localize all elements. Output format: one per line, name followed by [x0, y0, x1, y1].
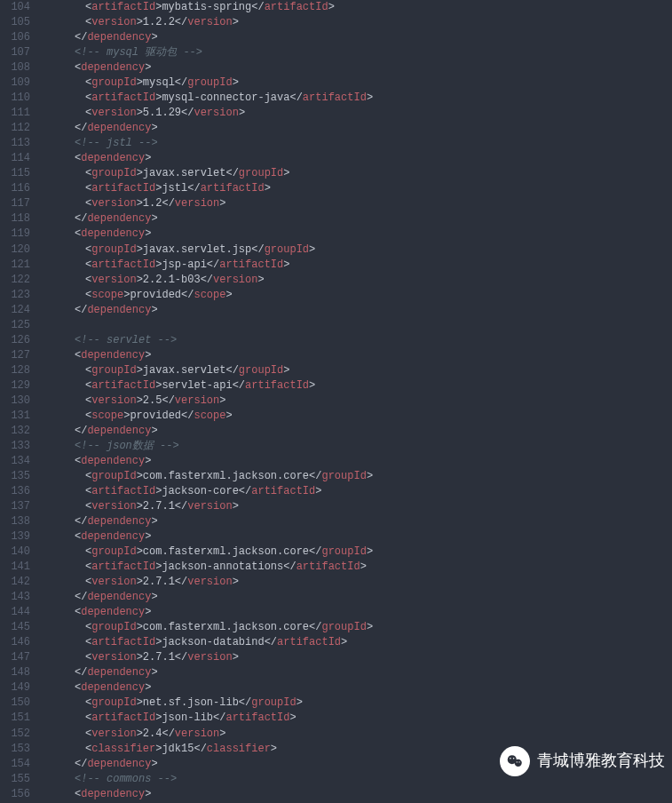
line-number: 111	[0, 106, 30, 121]
code-editor: 1041051061071081091101111121131141151161…	[0, 0, 672, 803]
code-line[interactable]: </dependency>	[43, 590, 672, 605]
token-pun: </	[75, 31, 87, 44]
token-txt: 2.2.1-b03	[143, 274, 201, 286]
token-txt: json-lib	[162, 712, 213, 724]
token-pun: >	[341, 636, 347, 648]
code-line[interactable]: <scope>provided</scope>	[43, 409, 672, 424]
line-number: 134	[0, 454, 30, 469]
token-pun: >	[289, 712, 296, 724]
code-line[interactable]: <groupId>javax.servlet</groupId>	[43, 166, 672, 181]
token-tag: version	[91, 197, 136, 210]
svg-point-2	[510, 758, 511, 759]
token-tag: groupId	[91, 696, 136, 709]
code-line[interactable]: <version>2.4</version>	[43, 727, 672, 742]
code-line[interactable]: <version>2.7.1</version>	[43, 650, 672, 665]
code-line[interactable]: <groupId>com.fasterxml.jackson.core</gro…	[43, 620, 672, 635]
line-number: 109	[0, 76, 30, 91]
code-line[interactable]: <groupId>net.sf.json-lib</groupId>	[43, 696, 672, 711]
token-cmt: <!-- mysql 驱动包 -->	[75, 46, 202, 59]
code-line[interactable]: <dependency>	[43, 529, 672, 545]
code-line[interactable]: <artifactId>jsp-api</artifactId>	[43, 258, 672, 273]
token-pun: </	[75, 758, 87, 770]
code-line[interactable]: <dependency>	[43, 605, 672, 620]
code-line[interactable]: <version>2.5</version>	[43, 394, 672, 409]
code-line[interactable]: <dependency>	[43, 348, 672, 363]
code-line[interactable]: <scope>provided</scope>	[43, 288, 672, 303]
code-line[interactable]: <groupId>com.fasterxml.jackson.core</gro…	[43, 469, 672, 484]
code-line[interactable]: </dependency>	[43, 514, 672, 529]
code-line[interactable]	[43, 318, 672, 333]
code-line[interactable]: <artifactId>jackson-databind</artifactId…	[43, 635, 672, 650]
token-pun: </	[251, 1, 264, 13]
code-line[interactable]: <version>2.7.1</version>	[43, 499, 672, 514]
code-line[interactable]: <version>2.2.1-b03</version>	[43, 273, 672, 288]
line-number: 141	[0, 560, 30, 575]
code-line[interactable]: <groupId>mysql</groupId>	[43, 76, 672, 91]
code-line[interactable]: </dependency>	[43, 30, 672, 45]
code-line[interactable]: <!-- mysql 驱动包 -->	[43, 45, 672, 60]
token-pun: >	[137, 274, 143, 286]
code-line[interactable]: <dependency>	[43, 60, 672, 76]
code-line[interactable]: <version>2.7.1</version>	[43, 575, 672, 590]
code-line[interactable]: <!-- json数据 -->	[43, 439, 672, 454]
token-tag: artifactId	[91, 182, 155, 195]
code-line[interactable]: <!-- servlet -->	[43, 333, 672, 348]
code-line[interactable]: <!-- jstl -->	[43, 136, 672, 151]
code-line[interactable]: <artifactId>mybatis-spring</artifactId>	[43, 0, 672, 15]
code-line[interactable]: <groupId>javax.servlet</groupId>	[43, 363, 672, 378]
code-line[interactable]: <artifactId>servlet-api</artifactId>	[43, 378, 672, 394]
code-line[interactable]: </dependency>	[43, 665, 672, 680]
token-tag: dependency	[81, 788, 145, 800]
token-pun: </	[207, 258, 219, 271]
code-line[interactable]: <artifactId>jstl</artifactId>	[43, 181, 672, 196]
token-pun: >	[137, 576, 143, 588]
line-number: 105	[0, 15, 30, 30]
code-line[interactable]: <dependency>	[43, 151, 672, 166]
token-tag: dependency	[87, 425, 151, 437]
token-pun: </	[309, 621, 321, 633]
token-tag: dependency	[81, 606, 145, 618]
token-pun: </	[175, 651, 187, 664]
code-line[interactable]: <dependency>	[43, 454, 672, 469]
token-tag: dependency	[87, 591, 151, 603]
code-line[interactable]: <groupId>com.fasterxml.jackson.core</gro…	[43, 545, 672, 560]
token-tag: dependency	[81, 61, 145, 74]
code-line[interactable]: </dependency>	[43, 121, 672, 136]
token-tag: artifactId	[245, 379, 309, 392]
token-tag: artifactId	[91, 636, 155, 648]
code-line[interactable]: <version>1.2.2</version>	[43, 15, 672, 30]
line-number: 121	[0, 258, 30, 273]
code-line[interactable]: <version>5.1.29</version>	[43, 106, 672, 121]
code-line[interactable]: </dependency>	[43, 211, 672, 227]
token-tag: groupId	[321, 621, 366, 633]
token-txt: mysql-connector-java	[162, 91, 289, 104]
code-line[interactable]: <artifactId>jackson-core</artifactId>	[43, 484, 672, 499]
line-number: 152	[0, 727, 30, 742]
line-number: 143	[0, 590, 30, 605]
code-content[interactable]: <artifactId>mybatis-spring</artifactId><…	[43, 0, 672, 803]
token-tag: artifactId	[91, 91, 155, 104]
token-pun: >	[137, 243, 143, 256]
token-tag: dependency	[87, 758, 151, 770]
line-number: 135	[0, 469, 30, 484]
code-line[interactable]: <artifactId>mysql-connector-java</artifa…	[43, 91, 672, 106]
code-line[interactable]: <dependency>	[43, 227, 672, 242]
code-line[interactable]: <artifactId>json-lib</artifactId>	[43, 711, 672, 726]
token-pun: </	[181, 289, 194, 301]
code-line[interactable]: <groupId>javax.servlet.jsp</groupId>	[43, 242, 672, 258]
code-line[interactable]: <artifactId>jackson-annotations</artifac…	[43, 560, 672, 575]
token-tag: dependency	[81, 152, 145, 164]
token-txt: 2.7.1	[143, 576, 175, 588]
line-number: 132	[0, 424, 30, 439]
code-line[interactable]: </dependency>	[43, 303, 672, 318]
line-number: 129	[0, 378, 30, 394]
code-line[interactable]: </dependency>	[43, 424, 672, 439]
token-pun: </	[181, 409, 194, 422]
code-line[interactable]: <dependency>	[43, 680, 672, 696]
token-txt: jdk15	[162, 743, 194, 755]
token-pun: >	[137, 696, 143, 709]
line-number: 151	[0, 711, 30, 726]
token-pun: </	[75, 122, 87, 134]
code-line[interactable]: <version>1.2</version>	[43, 196, 672, 211]
code-line[interactable]: <dependency>	[43, 787, 672, 802]
